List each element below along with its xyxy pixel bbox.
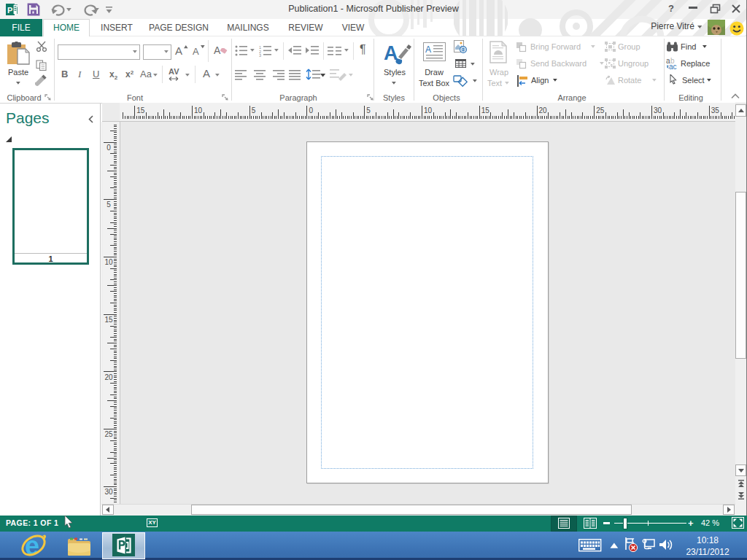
svg-text:10: 10 [194, 106, 203, 114]
svg-text:15: 15 [481, 106, 490, 114]
svg-text:30: 30 [654, 106, 662, 114]
svg-text:5: 5 [107, 201, 111, 209]
svg-text:15: 15 [136, 106, 145, 114]
svg-text:3: 3 [259, 53, 261, 57]
svg-text:35: 35 [711, 106, 720, 114]
svg-text:A: A [425, 44, 431, 55]
svg-text:0: 0 [107, 144, 111, 152]
svg-text:AV: AV [169, 67, 179, 76]
svg-text:30: 30 [104, 488, 113, 496]
svg-text:25: 25 [104, 430, 113, 438]
svg-text:ac: ac [669, 63, 677, 70]
svg-text:5: 5 [366, 106, 371, 114]
svg-text:20: 20 [104, 373, 113, 381]
svg-text:0: 0 [309, 106, 314, 114]
svg-text:10: 10 [104, 258, 113, 266]
svg-text:25: 25 [596, 106, 605, 114]
svg-text:20: 20 [539, 106, 548, 114]
svg-text:5: 5 [252, 106, 256, 114]
svg-text:15: 15 [104, 316, 113, 324]
svg-text:10: 10 [424, 106, 433, 114]
